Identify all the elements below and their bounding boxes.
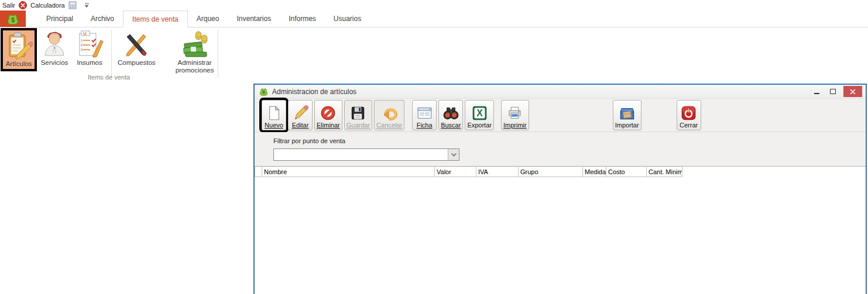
tab-archivo[interactable]: Archivo: [82, 11, 123, 27]
grid-header-cant-minima[interactable]: Cant. Minim: [647, 167, 682, 177]
ribbon-tabs: Principal Archivo Items de venta Arqueo …: [37, 11, 370, 27]
svg-text:U: U: [83, 31, 87, 36]
close-icon: [850, 89, 856, 95]
toolbar-button-label: Editar: [292, 122, 309, 129]
chevron-down-icon: [451, 153, 457, 157]
grid-header-grupo[interactable]: Grupo: [519, 167, 583, 177]
grid-header-row: Nombre Valor IVA Grupo Medida Costo Cant…: [255, 167, 866, 177]
cancelar-button[interactable]: Cancelar: [374, 100, 404, 130]
filter-label: Filtrar por punto de venta: [273, 137, 866, 144]
svg-text:$: $: [11, 16, 15, 23]
window-titlebar[interactable]: $ Administracion de artículos: [255, 85, 866, 99]
customize-quick-access-dropdown-icon[interactable]: [85, 4, 89, 8]
maximize-button[interactable]: [825, 85, 841, 98]
buscar-button[interactable]: Buscar: [438, 100, 463, 130]
window-controls: [808, 85, 866, 98]
compuestos-button[interactable]: Compuestos: [114, 28, 159, 68]
ribbon-button-label: Insumos: [77, 59, 102, 67]
administrar-promociones-button[interactable]: Administrar promociones: [167, 28, 222, 75]
ribbon-tab-row: $ Principal Archivo Items de venta Arque…: [0, 11, 868, 27]
cerrar-button[interactable]: Cerrar: [677, 100, 701, 130]
filter-panel: Filtrar por punto de venta: [255, 132, 866, 166]
combobox-dropdown-button[interactable]: [448, 149, 459, 160]
toolbar-button-label: Imprimir: [503, 122, 527, 129]
grid-header-valor[interactable]: Valor: [435, 167, 476, 177]
tab-usuarios[interactable]: Usuarios: [325, 11, 370, 27]
supplies-checklist-icon: U 123: [76, 30, 104, 58]
editar-button[interactable]: Editar: [288, 100, 313, 130]
minimize-icon: [814, 93, 819, 94]
svg-text:X: X: [476, 108, 483, 118]
ribbon-button-label: Administrar promociones: [171, 59, 219, 74]
items-de-venta-group: Artículos Servicios U: [0, 27, 868, 75]
tab-arqueo[interactable]: Arqueo: [188, 11, 228, 27]
grid-header-nombre[interactable]: Nombre: [262, 167, 435, 177]
toolbar-button-label: Buscar: [441, 122, 461, 129]
minimize-button[interactable]: [808, 85, 825, 98]
salir-button[interactable]: Salir: [2, 2, 15, 9]
app-logo-icon: $: [6, 12, 20, 26]
imprimir-button[interactable]: Imprimir: [501, 100, 529, 130]
insumos-button[interactable]: U 123 Insumos: [72, 28, 107, 68]
tab-informes[interactable]: Informes: [280, 11, 325, 27]
calculadora-button[interactable]: Calculadora: [30, 2, 65, 9]
grid-header-medida[interactable]: Medida: [583, 167, 606, 177]
toolbar-button-label: Exportar: [467, 122, 492, 129]
tab-principal[interactable]: Principal: [37, 11, 82, 27]
calculator-icon[interactable]: [68, 1, 77, 9]
maximize-icon: [830, 89, 836, 94]
toolbar-button-label: Cerrar: [680, 122, 698, 129]
ribbon-button-label: Compuestos: [118, 59, 156, 67]
export-excel-icon: X: [472, 105, 488, 121]
administracion-de-articulos-window: $ Administracion de artículos Nuevo: [253, 84, 867, 294]
ficha-button[interactable]: Ficha: [412, 100, 437, 130]
ribbon-content: Artículos Servicios U: [0, 27, 868, 81]
new-document-icon: [266, 105, 282, 121]
toolbar-button-label: Eliminar: [317, 122, 340, 129]
tab-items-de-venta[interactable]: Items de venta: [123, 11, 188, 27]
articles-clipboard-icon: [5, 31, 33, 59]
ribbon-button-label: Servicios: [41, 59, 68, 67]
servicios-button[interactable]: Servicios: [37, 28, 72, 68]
close-window-button[interactable]: [843, 86, 862, 97]
save-floppy-icon: [350, 105, 366, 121]
search-binoculars-icon: [443, 105, 459, 121]
importar-button[interactable]: Importar: [613, 100, 641, 130]
punto-de-venta-combobox-input[interactable]: [274, 149, 448, 160]
desktop: Salir Calculadora $ Principal A: [0, 0, 868, 294]
services-person-icon: [40, 30, 68, 58]
toolbar-button-label: Ficha: [417, 122, 433, 129]
cancel-undo-icon: [382, 105, 397, 121]
toolbar-button-label: Nuevo: [265, 122, 283, 129]
ribbon-group-label: Items de venta: [0, 74, 218, 81]
application-menu-button[interactable]: $: [0, 11, 26, 27]
grid-header-costo[interactable]: Costo: [606, 167, 647, 177]
quick-access-toolbar: Salir Calculadora: [0, 0, 868, 11]
record-card-icon: [417, 105, 433, 121]
grid-header-iva[interactable]: IVA: [476, 167, 519, 177]
grid-header-indicator[interactable]: [255, 167, 262, 177]
exportar-button[interactable]: X Exportar: [465, 100, 494, 130]
close-power-icon: [681, 105, 697, 121]
ribbon-separator: [218, 30, 218, 78]
articulos-button[interactable]: Artículos: [1, 28, 37, 71]
ribbon-button-label: Artículos: [6, 60, 32, 68]
window-toolbar: Nuevo Editar Eliminar: [255, 99, 866, 132]
eliminar-button[interactable]: Eliminar: [314, 100, 342, 130]
ribbon-separator: [111, 30, 112, 78]
articles-grid[interactable]: Nombre Valor IVA Grupo Medida Costo Cant…: [255, 166, 866, 294]
punto-de-venta-combobox[interactable]: [273, 148, 459, 161]
tab-inventarios[interactable]: Inventarios: [228, 11, 280, 27]
edit-pencil-icon: [293, 105, 308, 121]
promotions-money-icon: [181, 30, 209, 58]
toolbar-button-label: Importar: [615, 122, 639, 129]
window-app-icon: $: [259, 87, 269, 96]
toolbar-button-label: Guardar: [346, 122, 370, 129]
guardar-button[interactable]: Guardar: [344, 100, 372, 130]
composites-pens-icon: [122, 30, 150, 58]
nuevo-button[interactable]: Nuevo: [262, 100, 286, 130]
delete-forbidden-icon: [320, 105, 336, 121]
svg-text:$: $: [262, 89, 265, 95]
salir-close-icon[interactable]: [19, 1, 27, 9]
window-title: Administracion de artículos: [272, 88, 356, 96]
